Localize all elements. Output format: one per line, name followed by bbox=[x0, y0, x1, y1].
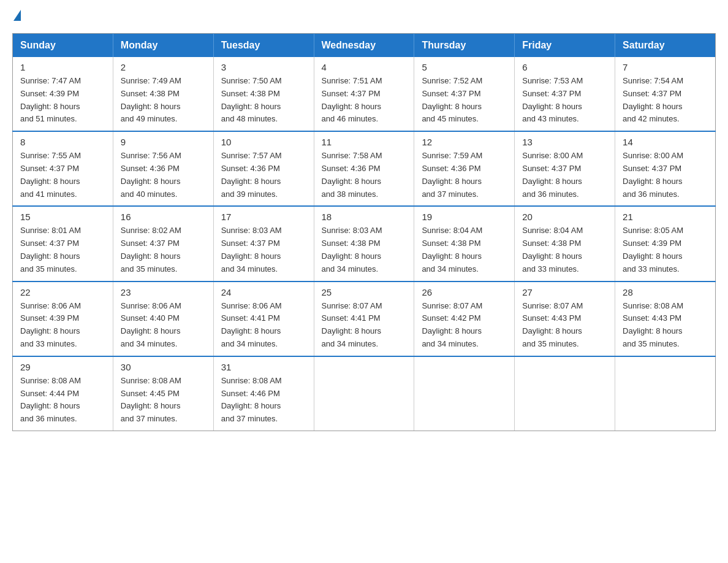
day-number: 31 bbox=[221, 362, 306, 372]
day-info: Sunrise: 8:04 AM Sunset: 4:38 PM Dayligh… bbox=[522, 224, 607, 275]
week-row-1: 1 Sunrise: 7:47 AM Sunset: 4:39 PM Dayli… bbox=[13, 57, 716, 131]
day-info: Sunrise: 8:04 AM Sunset: 4:38 PM Dayligh… bbox=[422, 224, 507, 275]
calendar-body: 1 Sunrise: 7:47 AM Sunset: 4:39 PM Dayli… bbox=[13, 57, 716, 431]
day-number: 22 bbox=[20, 287, 105, 297]
calendar-header: SundayMondayTuesdayWednesdayThursdayFrid… bbox=[13, 34, 716, 58]
day-info: Sunrise: 8:03 AM Sunset: 4:37 PM Dayligh… bbox=[221, 224, 306, 275]
day-cell: 29 Sunrise: 8:08 AM Sunset: 4:44 PM Dayl… bbox=[13, 356, 113, 431]
day-cell: 16 Sunrise: 8:02 AM Sunset: 4:37 PM Dayl… bbox=[113, 206, 213, 281]
week-row-2: 8 Sunrise: 7:55 AM Sunset: 4:37 PM Dayli… bbox=[13, 131, 716, 206]
day-cell: 15 Sunrise: 8:01 AM Sunset: 4:37 PM Dayl… bbox=[13, 206, 113, 281]
day-info: Sunrise: 7:56 AM Sunset: 4:36 PM Dayligh… bbox=[121, 150, 206, 201]
header-cell-wednesday: Wednesday bbox=[314, 34, 414, 58]
day-cell: 21 Sunrise: 8:05 AM Sunset: 4:39 PM Dayl… bbox=[615, 206, 716, 281]
day-number: 21 bbox=[623, 212, 708, 222]
day-cell: 17 Sunrise: 8:03 AM Sunset: 4:37 PM Dayl… bbox=[213, 206, 314, 281]
day-cell: 7 Sunrise: 7:54 AM Sunset: 4:37 PM Dayli… bbox=[615, 57, 716, 131]
day-number: 12 bbox=[422, 137, 507, 147]
day-cell: 24 Sunrise: 8:06 AM Sunset: 4:41 PM Dayl… bbox=[213, 282, 314, 356]
day-number: 6 bbox=[522, 62, 607, 72]
day-cell: 11 Sunrise: 7:58 AM Sunset: 4:36 PM Dayl… bbox=[314, 131, 414, 206]
day-number: 30 bbox=[121, 362, 206, 372]
header-cell-tuesday: Tuesday bbox=[213, 34, 314, 58]
week-row-5: 29 Sunrise: 8:08 AM Sunset: 4:44 PM Dayl… bbox=[13, 356, 716, 431]
day-info: Sunrise: 7:49 AM Sunset: 4:38 PM Dayligh… bbox=[121, 75, 206, 126]
header-row: SundayMondayTuesdayWednesdayThursdayFrid… bbox=[13, 34, 716, 58]
day-number: 4 bbox=[322, 62, 407, 72]
day-number: 15 bbox=[20, 212, 105, 222]
day-info: Sunrise: 8:03 AM Sunset: 4:38 PM Dayligh… bbox=[322, 224, 407, 275]
day-number: 3 bbox=[221, 62, 306, 72]
day-cell: 30 Sunrise: 8:08 AM Sunset: 4:45 PM Dayl… bbox=[113, 356, 213, 431]
day-info: Sunrise: 8:07 AM Sunset: 4:42 PM Dayligh… bbox=[422, 300, 507, 351]
day-cell: 23 Sunrise: 8:06 AM Sunset: 4:40 PM Dayl… bbox=[113, 282, 213, 356]
day-cell: 5 Sunrise: 7:52 AM Sunset: 4:37 PM Dayli… bbox=[414, 57, 515, 131]
day-number: 19 bbox=[422, 212, 507, 222]
day-number: 17 bbox=[221, 212, 306, 222]
day-cell bbox=[515, 356, 615, 431]
day-number: 18 bbox=[322, 212, 407, 222]
day-info: Sunrise: 7:53 AM Sunset: 4:37 PM Dayligh… bbox=[522, 75, 607, 126]
day-cell: 2 Sunrise: 7:49 AM Sunset: 4:38 PM Dayli… bbox=[113, 57, 213, 131]
day-info: Sunrise: 8:05 AM Sunset: 4:39 PM Dayligh… bbox=[623, 224, 708, 275]
day-number: 1 bbox=[20, 62, 105, 72]
day-info: Sunrise: 7:47 AM Sunset: 4:39 PM Dayligh… bbox=[20, 75, 105, 126]
day-info: Sunrise: 7:50 AM Sunset: 4:38 PM Dayligh… bbox=[221, 75, 306, 126]
day-info: Sunrise: 8:07 AM Sunset: 4:43 PM Dayligh… bbox=[522, 300, 607, 351]
day-number: 5 bbox=[422, 62, 507, 72]
day-info: Sunrise: 8:08 AM Sunset: 4:43 PM Dayligh… bbox=[623, 300, 708, 351]
day-info: Sunrise: 8:08 AM Sunset: 4:45 PM Dayligh… bbox=[121, 375, 206, 426]
day-info: Sunrise: 7:51 AM Sunset: 4:37 PM Dayligh… bbox=[322, 75, 407, 126]
day-info: Sunrise: 8:00 AM Sunset: 4:37 PM Dayligh… bbox=[623, 150, 708, 201]
header-cell-saturday: Saturday bbox=[615, 34, 716, 58]
day-info: Sunrise: 7:58 AM Sunset: 4:36 PM Dayligh… bbox=[322, 150, 407, 201]
day-info: Sunrise: 7:57 AM Sunset: 4:36 PM Dayligh… bbox=[221, 150, 306, 201]
header-cell-thursday: Thursday bbox=[414, 34, 515, 58]
day-info: Sunrise: 7:54 AM Sunset: 4:37 PM Dayligh… bbox=[623, 75, 708, 126]
day-cell: 1 Sunrise: 7:47 AM Sunset: 4:39 PM Dayli… bbox=[13, 57, 113, 131]
day-number: 7 bbox=[623, 62, 708, 72]
day-cell: 27 Sunrise: 8:07 AM Sunset: 4:43 PM Dayl… bbox=[515, 282, 615, 356]
day-cell: 19 Sunrise: 8:04 AM Sunset: 4:38 PM Dayl… bbox=[414, 206, 515, 281]
day-number: 20 bbox=[522, 212, 607, 222]
day-cell: 20 Sunrise: 8:04 AM Sunset: 4:38 PM Dayl… bbox=[515, 206, 615, 281]
day-cell: 10 Sunrise: 7:57 AM Sunset: 4:36 PM Dayl… bbox=[213, 131, 314, 206]
week-row-4: 22 Sunrise: 8:06 AM Sunset: 4:39 PM Dayl… bbox=[13, 282, 716, 356]
day-number: 28 bbox=[623, 287, 708, 297]
day-info: Sunrise: 8:08 AM Sunset: 4:44 PM Dayligh… bbox=[20, 375, 105, 426]
header-cell-sunday: Sunday bbox=[13, 34, 113, 58]
day-number: 27 bbox=[522, 287, 607, 297]
day-cell: 26 Sunrise: 8:07 AM Sunset: 4:42 PM Dayl… bbox=[414, 282, 515, 356]
day-cell bbox=[414, 356, 515, 431]
day-number: 10 bbox=[221, 137, 306, 147]
day-number: 26 bbox=[422, 287, 507, 297]
day-number: 9 bbox=[121, 137, 206, 147]
day-info: Sunrise: 8:06 AM Sunset: 4:39 PM Dayligh… bbox=[20, 300, 105, 351]
day-number: 8 bbox=[20, 137, 105, 147]
day-info: Sunrise: 8:06 AM Sunset: 4:41 PM Dayligh… bbox=[221, 300, 306, 351]
calendar-table: SundayMondayTuesdayWednesdayThursdayFrid… bbox=[12, 33, 716, 431]
day-cell: 8 Sunrise: 7:55 AM Sunset: 4:37 PM Dayli… bbox=[13, 131, 113, 206]
day-number: 2 bbox=[121, 62, 206, 72]
day-cell: 3 Sunrise: 7:50 AM Sunset: 4:38 PM Dayli… bbox=[213, 57, 314, 131]
day-number: 23 bbox=[121, 287, 206, 297]
day-cell: 22 Sunrise: 8:06 AM Sunset: 4:39 PM Dayl… bbox=[13, 282, 113, 356]
day-cell: 28 Sunrise: 8:08 AM Sunset: 4:43 PM Dayl… bbox=[615, 282, 716, 356]
day-info: Sunrise: 7:52 AM Sunset: 4:37 PM Dayligh… bbox=[422, 75, 507, 126]
day-info: Sunrise: 7:55 AM Sunset: 4:37 PM Dayligh… bbox=[20, 150, 105, 201]
day-info: Sunrise: 8:06 AM Sunset: 4:40 PM Dayligh… bbox=[121, 300, 206, 351]
day-info: Sunrise: 7:59 AM Sunset: 4:36 PM Dayligh… bbox=[422, 150, 507, 201]
day-cell: 12 Sunrise: 7:59 AM Sunset: 4:36 PM Dayl… bbox=[414, 131, 515, 206]
day-info: Sunrise: 8:00 AM Sunset: 4:37 PM Dayligh… bbox=[522, 150, 607, 201]
logo bbox=[12, 12, 21, 21]
logo-text bbox=[12, 12, 21, 21]
day-number: 13 bbox=[522, 137, 607, 147]
day-cell: 14 Sunrise: 8:00 AM Sunset: 4:37 PM Dayl… bbox=[615, 131, 716, 206]
day-number: 29 bbox=[20, 362, 105, 372]
day-cell: 18 Sunrise: 8:03 AM Sunset: 4:38 PM Dayl… bbox=[314, 206, 414, 281]
day-number: 16 bbox=[121, 212, 206, 222]
day-number: 14 bbox=[623, 137, 708, 147]
day-cell: 6 Sunrise: 7:53 AM Sunset: 4:37 PM Dayli… bbox=[515, 57, 615, 131]
day-cell bbox=[314, 356, 414, 431]
logo-triangle-icon bbox=[13, 10, 21, 21]
